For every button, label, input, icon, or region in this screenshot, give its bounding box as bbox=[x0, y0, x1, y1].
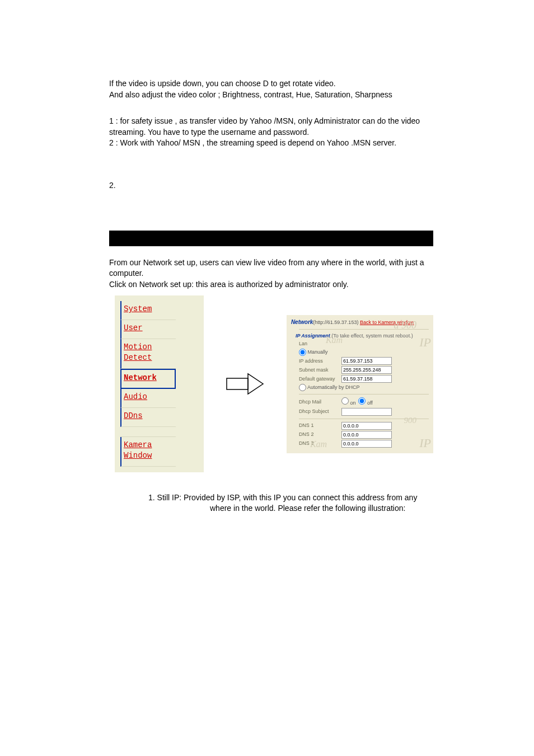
dns2-label: DNS 2 bbox=[299, 431, 338, 438]
sidebar-item-network[interactable]: Network bbox=[120, 369, 176, 389]
dhcp-on-radio[interactable] bbox=[341, 397, 349, 405]
dhcp-subject-label: Dhcp Subject bbox=[299, 408, 338, 415]
sidebar-item-ddns[interactable]: DDns bbox=[120, 408, 176, 427]
dns3-label: DNS 3 bbox=[299, 440, 338, 447]
svg-marker-1 bbox=[248, 374, 263, 394]
dns3-input[interactable] bbox=[341, 440, 392, 448]
manual-label: Manually bbox=[307, 349, 327, 355]
section-number: 2. bbox=[109, 180, 433, 191]
section-header-bar bbox=[109, 231, 433, 246]
ip-label: IP address bbox=[299, 358, 338, 365]
mask-input[interactable] bbox=[341, 366, 392, 374]
dhcp-off-label: off bbox=[367, 400, 373, 406]
dhcp-mail-label: Dhcp Mail bbox=[299, 398, 338, 406]
dhcp-off-radio[interactable] bbox=[358, 397, 366, 405]
ip-assignment-note: (To take effect, system must reboot.) bbox=[330, 333, 413, 339]
panel-title-rest: (http://61.59.37.153) bbox=[313, 320, 360, 325]
dhcp-radio[interactable] bbox=[299, 384, 306, 391]
gateway-input[interactable] bbox=[341, 375, 392, 383]
ip-assignment-label: IP Assignment bbox=[296, 333, 330, 339]
intro-note2: 2 : Work with Yahoo/ MSN , the streaming… bbox=[109, 138, 433, 149]
gateway-label: Default gateway bbox=[299, 375, 338, 383]
panel-title: Network bbox=[291, 319, 313, 325]
sidebar-item-audio[interactable]: Audio bbox=[120, 389, 176, 408]
dhcp-on-label: on bbox=[350, 400, 355, 406]
sidebar-item-kamera[interactable]: Kamera Window bbox=[120, 437, 176, 467]
svg-rect-0 bbox=[227, 378, 248, 389]
dhcp-auto-label: Automatically by DHCP bbox=[307, 384, 360, 390]
mask-label: Subnet mask bbox=[299, 367, 338, 374]
footnote-line2: where in the world. Please refer the fol… bbox=[210, 503, 433, 514]
dns2-input[interactable] bbox=[341, 431, 392, 439]
footnote-line1: 1. Still IP: Provided by ISP, with this … bbox=[148, 492, 433, 504]
back-link[interactable]: Back to Kamera window bbox=[360, 320, 414, 325]
lan-label: Lan bbox=[299, 340, 429, 348]
sidebar-menu: System User Motion Detect Network Audio … bbox=[115, 295, 204, 472]
intro-note1: 1 : for safety issue , as transfer video… bbox=[109, 116, 433, 138]
sidebar-item-motion[interactable]: Motion Detect bbox=[120, 339, 176, 369]
manual-radio[interactable] bbox=[299, 349, 306, 356]
network-desc1: From our Network set up, users can view … bbox=[109, 257, 433, 279]
dns1-input[interactable] bbox=[341, 422, 392, 430]
ip-input[interactable] bbox=[341, 357, 392, 365]
sidebar-item-system[interactable]: System bbox=[120, 301, 176, 320]
intro-line1: If the video is upside down, you can cho… bbox=[109, 78, 433, 90]
sidebar-item-user[interactable]: User bbox=[120, 320, 176, 339]
network-panel: a 900 IP Kam 900 Kam IP Network(http://6… bbox=[287, 315, 433, 453]
network-desc2: Click on Network set up: this area is au… bbox=[109, 279, 433, 290]
arrow-right-icon bbox=[226, 373, 264, 395]
intro-line2: And also adjust the video color ; Bright… bbox=[109, 90, 433, 101]
dhcp-subject-input[interactable] bbox=[341, 408, 392, 416]
dns1-label: DNS 1 bbox=[299, 422, 338, 429]
